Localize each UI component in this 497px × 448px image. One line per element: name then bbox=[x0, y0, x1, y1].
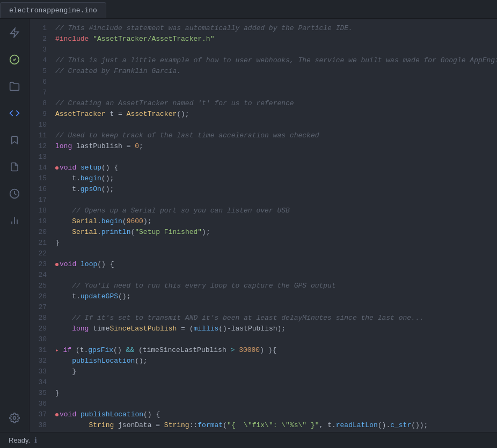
tab-label: electronappengine.ino bbox=[9, 6, 97, 14]
code-line-28: 28 // If it's set to transmit AND it's b… bbox=[30, 313, 497, 324]
code-line-30: 30 bbox=[30, 334, 497, 345]
bookmark-icon[interactable] bbox=[6, 131, 23, 149]
code-line-10: 10 bbox=[30, 120, 497, 130]
code-line-13: 13 bbox=[30, 152, 497, 163]
code-line-24: 24 bbox=[30, 270, 497, 281]
code-line-25: 25 // You'll need to run this every loop… bbox=[30, 281, 497, 291]
code-line-35: 35 } bbox=[30, 388, 497, 399]
code-line-8: 8 // Creating an AssetTracker named 't' … bbox=[30, 98, 497, 109]
check-circle-icon[interactable] bbox=[6, 51, 23, 68]
code-line-36: 36 bbox=[30, 399, 497, 409]
status-text: Ready. bbox=[9, 436, 30, 444]
main-layout: 1 // This #include statement was automat… bbox=[0, 19, 497, 432]
code-line-27: 27 bbox=[30, 302, 497, 313]
code-line-34: 34 bbox=[30, 377, 497, 388]
code-line-6: 6 bbox=[30, 77, 497, 87]
code-line-5: 5 // Created by Franklin Garcia. bbox=[30, 66, 497, 77]
code-line-19: 19 Serial.begin(9600); bbox=[30, 216, 497, 227]
code-line-4: 4 // This is just a little example of ho… bbox=[30, 55, 497, 66]
sidebar bbox=[0, 19, 30, 432]
code-line-22: 22 bbox=[30, 248, 497, 259]
tab-bar: electronappengine.ino bbox=[0, 0, 497, 19]
code-line-17: 17 bbox=[30, 195, 497, 205]
code-line-16: 16 t.gpsOn(); bbox=[30, 184, 497, 195]
code-line-33: 33 } bbox=[30, 366, 497, 377]
info-icon[interactable]: ℹ bbox=[34, 436, 37, 445]
code-line-26: 26 t.updateGPS(); bbox=[30, 291, 497, 302]
chart-icon[interactable] bbox=[6, 212, 23, 229]
code-line-29: 29 long timeSinceLastPublish = (millis()… bbox=[30, 324, 497, 334]
document-icon[interactable] bbox=[6, 158, 23, 175]
code-line-32: 32 publishLocation(); bbox=[30, 356, 497, 366]
code-line-37: 37 void publishLocation() { bbox=[30, 409, 497, 420]
status-bar: Ready. ℹ bbox=[0, 432, 497, 448]
code-line-3: 3 bbox=[30, 45, 497, 55]
code-line-18: 18 // Opens up a Serial port so you can … bbox=[30, 205, 497, 216]
code-line-7: 7 bbox=[30, 87, 497, 98]
code-line-38: 38 String jsonData = String::format("{ \… bbox=[30, 420, 497, 431]
code-line-21: 21 } bbox=[30, 238, 497, 248]
code-icon[interactable] bbox=[6, 105, 23, 122]
code-line-14: 14 void setup() { bbox=[30, 163, 497, 173]
code-line-11: 11 // Used to keep track of the last tim… bbox=[30, 130, 497, 141]
code-editor[interactable]: 1 // This #include statement was automat… bbox=[30, 19, 497, 432]
code-line-12: 12 long lastPublish = 0; bbox=[30, 141, 497, 152]
clock-icon[interactable] bbox=[6, 185, 23, 202]
file-tab[interactable]: electronappengine.ino bbox=[0, 2, 106, 18]
code-line-23: 23 void loop() { bbox=[30, 259, 497, 270]
svg-marker-0 bbox=[11, 28, 19, 38]
code-line-9: 9 AssetTracker t = AssetTracker(); bbox=[30, 109, 497, 120]
folder-icon[interactable] bbox=[6, 78, 23, 95]
code-line-2: 2 #include "AssetTracker/AssetTracker.h" bbox=[30, 34, 497, 45]
code-line-20: 20 Serial.println("Setup Finished"); bbox=[30, 227, 497, 238]
settings-icon[interactable] bbox=[6, 409, 23, 427]
svg-point-6 bbox=[13, 417, 16, 420]
lightning-icon[interactable] bbox=[6, 24, 23, 41]
code-line-15: 15 t.begin(); bbox=[30, 173, 497, 184]
code-line-1: 1 // This #include statement was automat… bbox=[30, 23, 497, 34]
code-line-31: 31 ▸ if (t.gpsFix() && (timeSinceLastPub… bbox=[30, 345, 497, 356]
